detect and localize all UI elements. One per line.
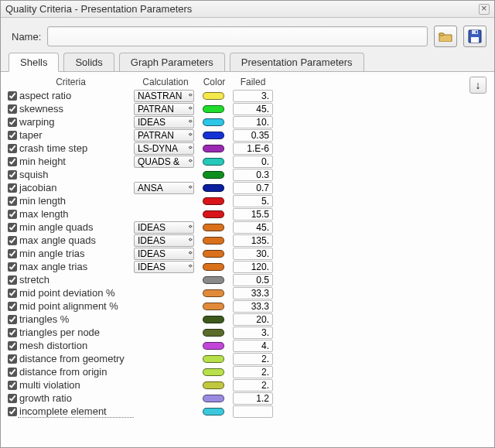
color-swatch[interactable]	[203, 118, 224, 126]
tab-shells[interactable]: Shells	[9, 53, 59, 72]
tab-solids[interactable]: Solids	[63, 53, 114, 71]
calculation-select[interactable]: IDEAS	[134, 234, 194, 247]
criteria-checkbox[interactable]	[8, 210, 17, 219]
color-swatch[interactable]	[203, 303, 224, 310]
color-cell	[196, 197, 231, 205]
criteria-row: triangles per node	[7, 326, 488, 339]
criteria-checkbox[interactable]	[8, 183, 17, 193]
criteria-checkbox[interactable]	[8, 407, 17, 416]
criteria-checkbox[interactable]	[8, 104, 17, 114]
color-swatch[interactable]	[203, 92, 224, 100]
calculation-select[interactable]: QUADS &	[134, 156, 194, 168]
criteria-checkbox[interactable]	[8, 223, 17, 232]
close-icon[interactable]	[479, 4, 490, 15]
criteria-checkbox[interactable]	[8, 249, 17, 258]
criteria-checkbox[interactable]	[8, 315, 17, 324]
calculation-select[interactable]: IDEAS	[134, 261, 194, 273]
color-swatch[interactable]	[203, 289, 224, 297]
criteria-row: warpingIDEAS	[7, 115, 488, 128]
criteria-checkbox[interactable]	[8, 144, 17, 153]
save-button[interactable]	[463, 26, 486, 47]
color-swatch[interactable]	[203, 105, 224, 113]
color-swatch[interactable]	[203, 210, 224, 218]
color-swatch[interactable]	[203, 145, 224, 152]
color-swatch[interactable]	[203, 158, 224, 166]
scroll-down-button[interactable]: ↓	[469, 77, 486, 94]
failed-input[interactable]	[233, 392, 273, 405]
failed-input[interactable]	[233, 234, 273, 247]
criteria-checkbox[interactable]	[8, 118, 17, 127]
tab-presentation-parameters[interactable]: Presentation Parameters	[230, 53, 364, 71]
failed-input[interactable]	[233, 261, 273, 273]
failed-input[interactable]	[233, 156, 273, 168]
criteria-checkbox[interactable]	[8, 262, 17, 272]
criteria-checkbox[interactable]	[8, 368, 17, 377]
color-swatch[interactable]	[203, 237, 224, 245]
calculation-select[interactable]: IDEAS	[134, 116, 194, 128]
failed-input[interactable]	[233, 221, 273, 234]
criteria-checkbox[interactable]	[8, 236, 17, 245]
failed-input[interactable]	[233, 129, 273, 142]
failed-input[interactable]	[233, 208, 273, 221]
criteria-checkbox[interactable]	[8, 197, 17, 206]
failed-input[interactable]	[233, 405, 273, 418]
color-cell	[196, 263, 231, 271]
color-swatch[interactable]	[203, 342, 224, 350]
criteria-checkbox[interactable]	[8, 289, 17, 298]
criteria-checkbox[interactable]	[8, 381, 17, 390]
failed-input[interactable]	[233, 287, 273, 299]
criteria-checkbox[interactable]	[8, 157, 17, 166]
criteria-checkbox[interactable]	[8, 341, 17, 351]
failed-input[interactable]	[233, 182, 273, 194]
failed-input[interactable]	[233, 340, 273, 352]
open-button[interactable]	[434, 26, 457, 47]
criteria-row: jacobianANSA	[7, 181, 488, 194]
calculation-select[interactable]: PATRAN	[134, 129, 194, 142]
criteria-checkbox[interactable]	[8, 131, 17, 140]
criteria-checkbox[interactable]	[8, 328, 17, 337]
color-swatch[interactable]	[203, 276, 224, 284]
criteria-checkbox[interactable]	[8, 302, 17, 311]
criteria-checkbox[interactable]	[8, 354, 17, 364]
calculation-select[interactable]: ANSA	[134, 182, 194, 194]
failed-input[interactable]	[233, 116, 273, 128]
failed-input[interactable]	[233, 142, 273, 155]
color-swatch[interactable]	[203, 368, 224, 376]
color-swatch[interactable]	[203, 408, 224, 416]
color-swatch[interactable]	[203, 263, 224, 271]
failed-input[interactable]	[233, 300, 273, 313]
color-swatch[interactable]	[203, 316, 224, 323]
criteria-checkbox[interactable]	[8, 275, 17, 285]
calculation-select[interactable]: LS-DYNA	[134, 142, 194, 155]
failed-input[interactable]	[233, 169, 273, 181]
color-swatch[interactable]	[203, 395, 224, 402]
failed-input[interactable]	[233, 366, 273, 378]
tab-graph-parameters[interactable]: Graph Parameters	[119, 53, 225, 71]
color-swatch[interactable]	[203, 381, 224, 389]
color-swatch[interactable]	[203, 355, 224, 363]
failed-input[interactable]	[233, 274, 273, 286]
criteria-checkbox[interactable]	[8, 394, 17, 403]
failed-input[interactable]	[233, 248, 273, 260]
color-swatch[interactable]	[203, 250, 224, 258]
calculation-select[interactable]: NASTRAN	[134, 90, 194, 102]
criteria-checkbox[interactable]	[8, 170, 17, 180]
failed-input[interactable]	[233, 379, 273, 392]
color-swatch[interactable]	[203, 171, 224, 179]
color-swatch[interactable]	[203, 329, 224, 337]
failed-input[interactable]	[233, 327, 273, 339]
calculation-select[interactable]: PATRAN	[134, 103, 194, 115]
failed-input[interactable]	[233, 195, 273, 207]
color-swatch[interactable]	[203, 132, 224, 139]
failed-input[interactable]	[233, 90, 273, 102]
color-swatch[interactable]	[203, 224, 224, 231]
failed-input[interactable]	[233, 353, 273, 365]
failed-input[interactable]	[233, 313, 273, 326]
color-swatch[interactable]	[203, 184, 224, 192]
color-swatch[interactable]	[203, 197, 224, 205]
calculation-select[interactable]: IDEAS	[134, 248, 194, 260]
failed-input[interactable]	[233, 103, 273, 115]
calculation-select[interactable]: IDEAS	[134, 221, 194, 234]
name-input[interactable]	[47, 26, 428, 46]
criteria-checkbox[interactable]	[8, 91, 17, 101]
